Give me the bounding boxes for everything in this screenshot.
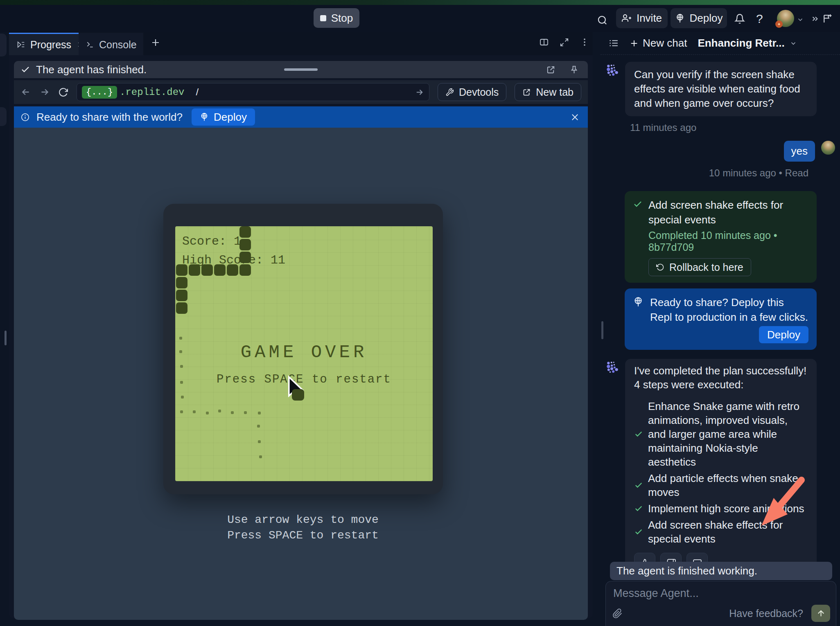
terminal-icon — [86, 41, 94, 49]
snake-segment — [239, 264, 251, 276]
account-avatar[interactable]: ✦ — [777, 10, 794, 27]
banner-close-icon[interactable] — [570, 113, 580, 122]
chat-title-dropdown[interactable]: Enhancing Retr... — [698, 37, 797, 50]
chat-history-list-icon[interactable] — [609, 38, 619, 48]
banner-deploy-label: Deploy — [214, 111, 247, 124]
deploy-card-button[interactable]: Deploy — [759, 326, 808, 343]
snake-segment — [176, 264, 187, 276]
url-input[interactable]: {...} .replit.dev / — [77, 83, 429, 101]
agent-status-bar: The agent has finished. — [14, 61, 588, 78]
drag-handle[interactable] — [284, 68, 318, 71]
deploy-button[interactable]: Deploy — [671, 8, 727, 28]
back-icon[interactable] — [20, 87, 31, 97]
user-message-bubble: yes — [784, 141, 815, 162]
particle — [257, 425, 260, 428]
url-domain-chip[interactable]: {...} — [82, 86, 117, 99]
search-icon[interactable] — [597, 15, 608, 26]
particle — [179, 337, 182, 340]
collapsed-sidebar-tab[interactable] — [0, 34, 7, 56]
rollback-button[interactable]: Rollback to here — [648, 258, 751, 276]
devtools-button[interactable]: Devtools — [438, 83, 506, 101]
rollback-icon — [656, 263, 664, 271]
snake-segment — [239, 239, 251, 250]
particle — [179, 350, 182, 353]
plan-item: Add screen shake effects for special eve… — [634, 517, 808, 547]
stop-button[interactable]: Stop — [314, 8, 359, 28]
notifications-bell-icon[interactable] — [734, 14, 745, 24]
collapsed-sidebar-tab-2[interactable] — [0, 107, 7, 126]
message-composer: Have feedback? — [605, 581, 836, 626]
food-block — [292, 389, 304, 401]
stop-icon — [320, 15, 326, 21]
snake-segment — [214, 264, 226, 276]
account-status-badge: ✦ — [775, 20, 783, 28]
open-in-pane-icon[interactable] — [546, 65, 555, 74]
banner-deploy-button[interactable]: Deploy — [192, 108, 255, 126]
plan-item-text: Implement high score animations — [648, 502, 804, 516]
check-icon — [633, 199, 643, 209]
reload-icon[interactable] — [58, 87, 68, 97]
check-icon — [20, 65, 30, 74]
send-button[interactable] — [811, 605, 830, 622]
new-chat-button[interactable]: New chat — [630, 37, 687, 50]
go-arrow-icon[interactable] — [415, 88, 424, 97]
particle — [231, 411, 234, 414]
particle — [258, 440, 261, 443]
chat-header: New chat Enhancing Retr... — [601, 32, 840, 55]
game-over-text: GAME OVER — [175, 342, 433, 363]
particle — [193, 410, 196, 413]
particle — [258, 412, 261, 414]
tabbar-actions — [539, 37, 589, 47]
pin-icon[interactable] — [569, 65, 579, 74]
tab-console[interactable]: Console — [79, 33, 143, 55]
external-link-icon — [522, 88, 531, 97]
split-pane-icon[interactable] — [539, 37, 549, 47]
pane-menu-kebab-icon[interactable] — [580, 37, 589, 47]
info-icon — [20, 113, 30, 122]
invite-button[interactable]: Invite — [616, 8, 668, 28]
new-tab-button[interactable]: New tab — [515, 83, 581, 101]
agent-message-bubble: Can you verify if the screen shake effec… — [625, 62, 817, 116]
forward-icon[interactable] — [39, 87, 50, 97]
game-device-frame: Score: 1 High Score: 11 GAME OVER Press … — [163, 204, 443, 494]
tabbar: Progress Console — [9, 32, 593, 55]
expand-pane-icon[interactable] — [560, 38, 569, 47]
left-rail — [0, 32, 9, 626]
plan-summary-card: I've completed the plan successfully! 4 … — [625, 359, 817, 563]
new-tab-plus-icon[interactable] — [151, 38, 160, 47]
chat-message-list: Can you verify if the screen shake effec… — [601, 55, 840, 563]
plan-item: Enhance Snake game with retro animations… — [634, 398, 808, 470]
agent-status-text: The agent has finished. — [36, 63, 147, 76]
message-input[interactable] — [613, 587, 829, 600]
snake-segment — [239, 252, 251, 263]
snake-game-screen[interactable]: Score: 1 High Score: 11 GAME OVER Press … — [175, 226, 433, 481]
plan-item-text: Add particle effects when snake moves — [648, 471, 808, 499]
checkpoint-title: Add screen shake effects for special eve… — [648, 198, 808, 227]
deploy-icon — [200, 113, 209, 122]
help-icon[interactable]: ? — [756, 12, 763, 26]
web-preview: Score: 1 High Score: 11 GAME OVER Press … — [14, 128, 588, 620]
deploy-icon — [633, 297, 644, 307]
particle — [181, 396, 184, 399]
tab-console-label: Console — [99, 39, 137, 51]
tab-progress-label: Progress — [30, 39, 71, 51]
deploy-card-text: Ready to share? Deploy this Repl to prod… — [650, 295, 808, 324]
feedback-flag-icon[interactable] — [822, 14, 832, 24]
replit-workspace-window: Stop Invite Deploy ? ✦ Progress — [0, 0, 840, 626]
plan-item: Add particle effects when snake moves — [634, 470, 808, 500]
check-icon — [634, 430, 643, 439]
checkpoint-meta: Completed 10 minutes ago • 8b77d709 — [648, 230, 808, 253]
user-message-row: yes — [601, 141, 840, 162]
user-message-meta: 10 minutes ago • Read — [601, 167, 808, 179]
sidebar-resize-handle[interactable] — [5, 331, 7, 345]
devtools-label: Devtools — [459, 86, 499, 98]
attachment-paperclip-icon[interactable] — [612, 608, 623, 619]
feedback-link[interactable]: Have feedback? — [729, 608, 803, 619]
snake-segment — [227, 264, 238, 276]
chevron-down-icon — [790, 40, 797, 47]
collapse-chevrons-icon[interactable] — [811, 14, 820, 23]
account-chevron-down-icon[interactable] — [797, 16, 804, 23]
user-avatar — [821, 141, 835, 155]
tab-progress[interactable]: Progress — [9, 33, 79, 55]
agent-avatar-icon — [606, 63, 619, 77]
